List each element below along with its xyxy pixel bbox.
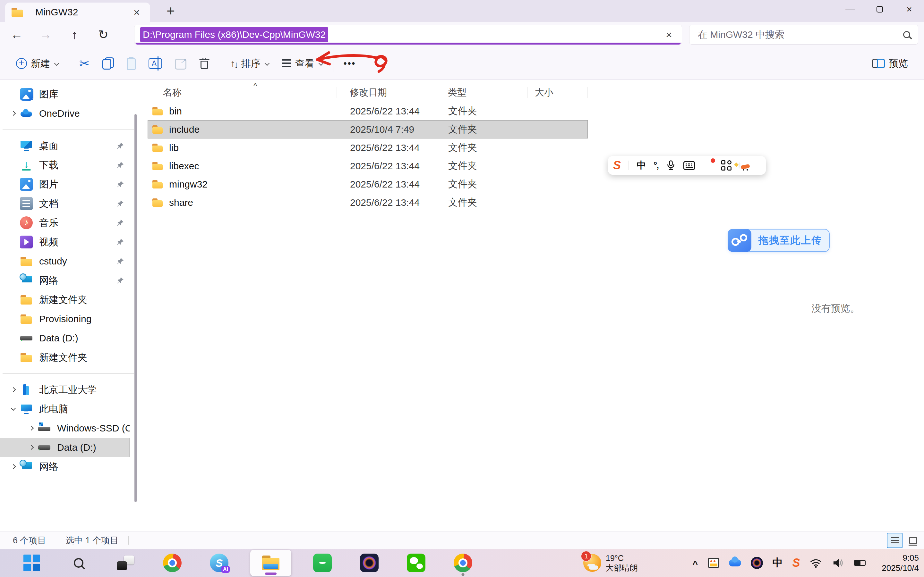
chevron-icon[interactable] (8, 217, 20, 229)
restore-button[interactable] (865, 0, 895, 19)
address-clear-icon[interactable]: × (662, 29, 676, 41)
file-row[interactable]: include 2025/10/4 7:49 文件夹 (148, 120, 588, 139)
chevron-icon[interactable] (8, 159, 20, 171)
wps-tray-icon[interactable] (708, 558, 719, 568)
chevron-icon[interactable] (8, 178, 20, 190)
wechat-icon[interactable] (407, 554, 425, 572)
sidebar-item[interactable]: Provisioning (0, 309, 129, 329)
cut-button[interactable]: ✂ (73, 52, 96, 75)
sidebar-item[interactable]: 文档 (0, 194, 129, 213)
chevron-icon[interactable] (8, 293, 20, 306)
rename-button[interactable] (142, 52, 168, 75)
chevron-icon[interactable] (8, 197, 20, 210)
chevron-icon[interactable] (26, 422, 38, 434)
refresh-button[interactable]: ↻ (94, 27, 113, 42)
netdisk-upload-widget[interactable]: 拖拽至此上传 (728, 229, 830, 252)
chrome-icon[interactable] (163, 554, 182, 572)
minimize-button[interactable]: — (835, 0, 865, 19)
wifi-icon[interactable] (810, 558, 822, 568)
chevron-icon[interactable] (8, 313, 20, 325)
new-tab-button[interactable]: + (162, 3, 180, 19)
battery-icon[interactable] (854, 560, 866, 566)
sidebar-item[interactable]: OneDrive (0, 104, 129, 123)
chevron-icon[interactable] (8, 384, 20, 396)
skin-theme-icon[interactable] (703, 161, 714, 170)
chrome-icon-running[interactable] (454, 554, 472, 572)
chevron-icon[interactable] (8, 140, 20, 152)
preview-toggle-button[interactable]: 预览 (866, 52, 914, 75)
sidebar-scrollbar[interactable] (134, 114, 137, 502)
chevron-icon[interactable] (8, 332, 20, 344)
cloud-tray-icon[interactable] (729, 559, 741, 566)
view-button[interactable]: 查看 (275, 52, 329, 75)
sidebar-item[interactable]: 下载 (0, 155, 129, 175)
sidebar-item[interactable]: 新建文件夹 (0, 348, 129, 367)
dark-app-icon[interactable] (360, 554, 379, 572)
column-header-size[interactable]: 大小 (528, 85, 588, 101)
chevron-icon[interactable] (8, 351, 20, 364)
sogou-tray-icon[interactable]: S (792, 556, 800, 570)
file-row[interactable]: share 2025/6/22 13:44 文件夹 (148, 193, 588, 211)
green-app-icon[interactable] (313, 554, 332, 572)
taskbar-search-button[interactable] (69, 554, 88, 572)
new-button[interactable]: 新建 (10, 52, 65, 75)
chevron-icon[interactable] (8, 255, 20, 268)
up-button[interactable]: ↑ (65, 28, 84, 42)
search-input[interactable] (697, 29, 903, 40)
sidebar-item[interactable]: 此电脑 (0, 400, 129, 419)
volume-icon[interactable] (832, 557, 845, 569)
more-options-button[interactable]: ••• (337, 52, 362, 75)
chevron-icon[interactable] (8, 107, 20, 119)
ime-mode-tray-icon[interactable]: 中 (772, 556, 783, 570)
column-header-type[interactable]: 类型 (436, 85, 528, 101)
file-row[interactable]: mingw32 2025/6/22 13:44 文件夹 (148, 175, 588, 193)
tray-expand-icon[interactable]: ^ (692, 559, 698, 570)
close-button[interactable]: × (895, 0, 924, 19)
ime-mascot-icon[interactable] (739, 163, 740, 168)
sidebar-item[interactable]: Windows-SSD (C:) (0, 419, 129, 438)
chevron-icon[interactable] (26, 442, 38, 454)
address-bar[interactable]: D:\Program Files (x86)\Dev-Cpp\MinGW32 × (134, 25, 682, 45)
delete-button[interactable] (193, 52, 216, 75)
chevron-icon[interactable] (8, 403, 20, 415)
icons-view-button[interactable] (905, 533, 921, 548)
apps-grid-icon[interactable] (721, 160, 732, 171)
taskbar-clock[interactable]: 9:05 2025/10/4 (882, 549, 919, 577)
ime-chinese-mode-button[interactable]: 中 (636, 159, 646, 172)
sidebar-item[interactable]: 图片 (0, 175, 129, 194)
sidebar-item[interactable]: cstudy (0, 251, 129, 271)
chevron-icon[interactable] (8, 274, 20, 287)
sogou-logo-icon[interactable]: S (613, 159, 621, 172)
weather-widget[interactable]: 1 19°C 大部晴朗 (583, 549, 638, 577)
file-row[interactable]: bin 2025/6/22 13:44 文件夹 (148, 102, 588, 120)
sidebar-item[interactable]: 图库 (0, 85, 129, 104)
tab-close-icon[interactable]: × (129, 5, 144, 20)
search-box[interactable] (689, 25, 918, 45)
sidebar-item[interactable]: 音乐 (0, 213, 129, 232)
task-view-button[interactable] (116, 554, 135, 572)
ai-browser-icon[interactable]: S AI (210, 554, 228, 572)
address-selected-text[interactable]: D:\Program Files (x86)\Dev-Cpp\MinGW32 (140, 27, 328, 42)
column-header-name[interactable]: 名称 (148, 85, 337, 101)
sidebar-item[interactable]: Data (D:) (0, 329, 129, 348)
sidebar-item[interactable]: 网络 (0, 271, 129, 290)
file-row[interactable]: libexec 2025/6/22 13:44 文件夹 (148, 157, 588, 175)
ime-punctuation-button[interactable]: °, (654, 160, 658, 171)
sidebar-item[interactable]: 视频 (0, 232, 129, 251)
column-header-date[interactable]: 修改日期 (337, 85, 436, 101)
back-button[interactable]: ← (7, 28, 26, 42)
details-view-button[interactable] (887, 533, 903, 548)
sidebar-item[interactable]: Data (D:) (0, 438, 129, 457)
sidebar-item[interactable]: 新建文件夹 (0, 290, 129, 309)
sidebar-item[interactable]: 网络 (0, 457, 129, 476)
sort-button[interactable]: ↑↓ 排序 (224, 52, 275, 75)
dark-app-tray-icon[interactable] (751, 557, 763, 569)
file-row[interactable]: lib 2025/6/22 13:44 文件夹 (148, 139, 588, 157)
sidebar-item[interactable]: 北京工业大学 (0, 380, 129, 400)
chevron-icon[interactable] (8, 236, 20, 248)
chevron-icon[interactable] (8, 461, 20, 473)
chevron-icon[interactable] (8, 88, 20, 100)
sidebar-item[interactable]: 桌面 (0, 136, 129, 155)
keyboard-icon[interactable] (683, 161, 695, 170)
file-explorer-taskbar-button[interactable] (250, 550, 291, 576)
